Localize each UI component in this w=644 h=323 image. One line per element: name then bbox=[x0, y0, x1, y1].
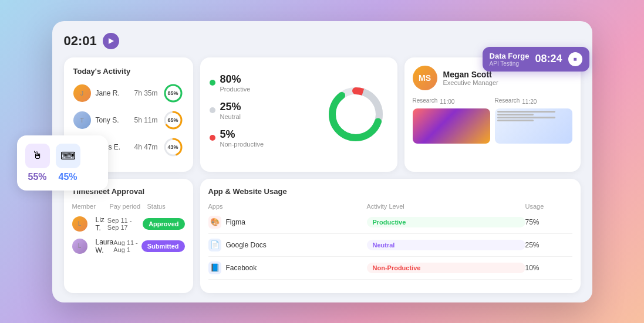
timesheet-header: Member Pay period Status bbox=[72, 203, 185, 210]
screenshot-2-label: Research bbox=[495, 97, 520, 104]
ts-col-period: Pay period bbox=[110, 203, 147, 210]
data-forge-badge: Data Forge API Testing 08:24 bbox=[483, 47, 589, 72]
au-app-gdocs: 📄 Google Docs bbox=[208, 239, 367, 251]
prod-percent-nonproductive: 5% bbox=[220, 128, 264, 141]
activity-row-1: J Jane R. 7h 35m 85% bbox=[73, 83, 184, 104]
screenshot-2: Research 11:20 bbox=[495, 97, 572, 144]
au-activity-figma: Productive bbox=[367, 217, 525, 227]
au-usage-facebook: 10% bbox=[525, 264, 572, 272]
progress-tony: 65% bbox=[163, 110, 184, 131]
activity-title: Today's Activity bbox=[73, 67, 184, 76]
au-col-activity: Activity Level bbox=[367, 203, 525, 210]
activity-time-jane: 7h 35m bbox=[134, 89, 157, 97]
profile-title: Executive Manager bbox=[443, 79, 498, 86]
profile-avatar: MS bbox=[413, 66, 437, 90]
progress-chris: 43% bbox=[163, 137, 184, 158]
prod-dot-nonproductive bbox=[210, 135, 215, 141]
gdocs-icon: 📄 bbox=[208, 239, 221, 251]
badge-text-group: Data Forge API Testing bbox=[490, 52, 530, 67]
main-grid: Today's Activity J Jane R. 7h 35m 85% T … bbox=[64, 57, 581, 293]
mouse-icon-box: 🖱 bbox=[25, 144, 50, 168]
avatar-laura: L bbox=[72, 239, 87, 254]
activity-name-jane: Jane R. bbox=[96, 89, 134, 97]
timer-display: 02:01 bbox=[64, 33, 97, 49]
prod-percent-productive: 80% bbox=[220, 73, 251, 86]
au-usage-gdocs: 25% bbox=[525, 241, 572, 249]
badge-title: Data Forge bbox=[490, 52, 530, 60]
ts-member-liz: L Liz T. bbox=[72, 216, 107, 232]
screenshot-1-img bbox=[413, 108, 490, 144]
progress-jane: 85% bbox=[163, 83, 184, 104]
au-name-facebook: Facebook bbox=[226, 264, 257, 272]
ts-period-laura: Aug 11 - Aug 1 bbox=[113, 239, 141, 253]
screenshot-2-time: 11:20 bbox=[522, 98, 537, 105]
facebook-icon: 📘 bbox=[208, 261, 221, 274]
profile-card: Data Forge API Testing 08:24 MS Megan Sc… bbox=[404, 57, 581, 172]
play-button[interactable] bbox=[103, 33, 119, 49]
activity-row-2: T Tony S. 5h 11m 65% bbox=[73, 110, 184, 131]
badge-timer: 08:24 bbox=[535, 53, 562, 65]
activity-time-tony: 5h 11m bbox=[134, 116, 157, 124]
ts-name-liz: Liz T. bbox=[96, 216, 107, 232]
au-name-figma: Figma bbox=[226, 218, 245, 226]
prod-dot-productive bbox=[210, 80, 215, 86]
badge-subtitle: API Testing bbox=[490, 60, 530, 67]
stop-button[interactable] bbox=[568, 52, 582, 66]
avatar-liz: L bbox=[72, 216, 87, 232]
ts-col-status: Status bbox=[147, 203, 185, 210]
au-app-facebook: 📘 Facebook bbox=[208, 261, 367, 274]
prod-item-neutral: 25% Neutral bbox=[210, 101, 312, 120]
au-row-facebook: 📘 Facebook Non-Productive 10% bbox=[208, 261, 572, 280]
au-app-figma: 🎨 Figma bbox=[208, 216, 367, 229]
keyboard-icon-box: ⌨ bbox=[56, 144, 80, 168]
productivity-card: 80% Productive 25% Neutral 5% Non-prod bbox=[200, 57, 397, 172]
prod-percent-neutral: 25% bbox=[220, 101, 241, 113]
ts-row-laura: L Laura W. Aug 11 - Aug 1 Submitted bbox=[72, 238, 185, 254]
ts-period-liz: Sep 11 - Sep 17 bbox=[107, 217, 143, 231]
activity-time-chris: 4h 47m bbox=[134, 143, 157, 151]
au-col-apps: Apps bbox=[208, 203, 367, 210]
screenshot-2-img bbox=[495, 108, 572, 144]
prod-label-productive: Productive bbox=[220, 86, 251, 93]
au-col-usage: Usage bbox=[525, 203, 572, 210]
ts-member-laura: L Laura W. bbox=[72, 238, 114, 254]
keyboard-percent: 45% bbox=[58, 172, 77, 182]
avatar-jane: J bbox=[73, 84, 91, 102]
screenshot-1: Research 11:00 bbox=[413, 97, 490, 144]
donut-chart bbox=[323, 82, 388, 147]
ts-name-laura: Laura W. bbox=[96, 238, 114, 254]
prod-dot-neutral bbox=[210, 107, 215, 113]
profile-info: Megan Scott Executive Manager bbox=[443, 70, 498, 86]
screenshot-1-label: Research bbox=[413, 97, 438, 104]
status-liz: Approved bbox=[143, 218, 184, 230]
screenshots-row: Research 11:00 Research 11:20 bbox=[413, 97, 572, 144]
au-activity-facebook: Non-Productive bbox=[367, 263, 525, 273]
progress-label-chris: 43% bbox=[167, 144, 178, 150]
ts-row-liz: L Liz T. Sep 11 - Sep 17 Approved bbox=[72, 216, 185, 232]
timesheet-card: Timesheet Approval Member Pay period Sta… bbox=[64, 179, 193, 293]
progress-label-tony: 65% bbox=[167, 117, 178, 123]
au-usage-figma: 75% bbox=[525, 218, 572, 226]
au-name-gdocs: Google Docs bbox=[226, 241, 267, 249]
screenshot-1-time: 11:00 bbox=[440, 98, 454, 105]
avatar-tony: T bbox=[73, 111, 91, 129]
au-activity-gdocs: Neutral bbox=[367, 240, 525, 250]
au-header: Apps Activity Level Usage bbox=[208, 203, 572, 210]
prod-label-nonproductive: Non-productive bbox=[220, 141, 264, 148]
app-usage-title: App & Website Usage bbox=[208, 187, 572, 196]
app-usage-card: App & Website Usage Apps Activity Level … bbox=[200, 179, 581, 293]
mouse-percent: 55% bbox=[28, 172, 46, 182]
prod-item-productive: 80% Productive bbox=[210, 73, 312, 93]
main-container: 02:01 🖱 55% ⌨ 45% Today's Activity J Jan… bbox=[52, 21, 592, 302]
figma-icon: 🎨 bbox=[208, 216, 221, 229]
progress-label-jane: 85% bbox=[167, 90, 178, 96]
prod-label-neutral: Neutral bbox=[220, 113, 241, 120]
au-row-figma: 🎨 Figma Productive 75% bbox=[208, 216, 572, 234]
ts-col-member: Member bbox=[72, 203, 110, 210]
status-laura: Submitted bbox=[141, 240, 185, 252]
activity-name-tony: Tony S. bbox=[96, 116, 134, 124]
au-row-gdocs: 📄 Google Docs Neutral 25% bbox=[208, 239, 572, 257]
mouse-keyboard-card: 🖱 55% ⌨ 45% bbox=[17, 135, 108, 191]
prod-item-nonproductive: 5% Non-productive bbox=[210, 128, 312, 148]
prod-stats: 80% Productive 25% Neutral 5% Non-prod bbox=[210, 73, 312, 156]
